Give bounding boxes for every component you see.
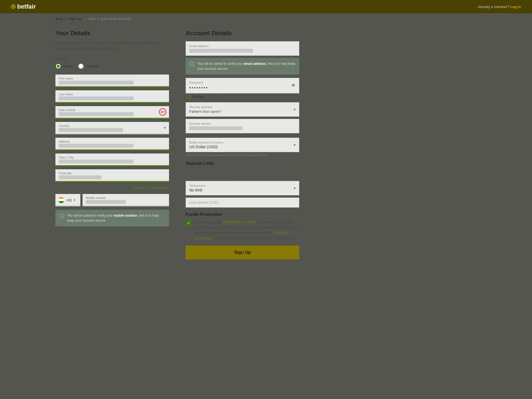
- header-right: Already a member? Log in: [478, 5, 521, 9]
- flag-top: [58, 197, 64, 199]
- phone-dropdown-icon: ▾: [74, 198, 75, 202]
- search-address-container: Search for an address: [55, 185, 169, 190]
- breadcrumb-step2: Step 2: Add funds and play: [88, 17, 131, 21]
- email-bold: email address: [244, 62, 266, 66]
- first-name-field[interactable]: First name: [55, 75, 169, 87]
- mobile-verify-info: i You will be asked to verify your mobil…: [55, 210, 169, 226]
- postcode-field[interactable]: Postcode: [55, 169, 169, 182]
- your-details-section: Your Details Please make sure your detai…: [55, 30, 169, 259]
- country-field[interactable]: Country ▾: [55, 122, 169, 134]
- funds-link1[interactable]: Betfair holds my funds: [223, 220, 256, 224]
- time-period-field[interactable]: Time period No limit ▾: [186, 181, 299, 195]
- currency-note: Currency selection is permanent, it cann…: [186, 153, 299, 157]
- your-details-title: Your Details: [55, 30, 169, 37]
- main-content: Your Details Please make sure your detai…: [0, 24, 355, 276]
- address-field[interactable]: Address: [55, 138, 169, 150]
- deposit-limit-desc: Set a limit on the amount you can deposi…: [186, 168, 299, 178]
- time-period-label: Time period: [189, 184, 296, 187]
- breadcrumb: Step 1: Sign-up > Step 2: Add funds and …: [0, 13, 532, 24]
- funds-protection-row: ✓ I acknowledge that Betfair holds my fu…: [186, 220, 299, 241]
- info-icon: i: [59, 213, 64, 218]
- address-value: [59, 144, 134, 148]
- last-name-field[interactable]: Last name: [55, 90, 169, 103]
- security-answer-label: Security answer: [189, 122, 296, 125]
- login-link[interactable]: Log in: [510, 5, 521, 9]
- currency-value: US Dollar (USD): [189, 145, 218, 149]
- town-city-field[interactable]: Town / City: [55, 154, 169, 166]
- dob-field[interactable]: Date of birth 18+: [55, 106, 169, 119]
- search-address-link[interactable]: Search for an address: [134, 185, 169, 190]
- email-value: [189, 49, 253, 53]
- mobile-verify-pre: You will be asked to verify your: [67, 214, 114, 218]
- account-details-section: Account Details Email address i You will…: [186, 30, 299, 259]
- logo: betfair: [11, 3, 36, 10]
- phone-code-selector[interactable]: +91 ▾: [55, 194, 80, 206]
- checkmark-icon: ✓: [187, 221, 190, 225]
- security-question-field[interactable]: Security question Father's first name? ▾: [186, 102, 299, 117]
- email-verify-info: i You will be asked to verify your email…: [186, 58, 299, 75]
- strength-check-icon: ✓: [186, 94, 191, 99]
- flag-bot: [58, 201, 64, 203]
- first-name-value: [59, 81, 134, 85]
- india-flag: [58, 197, 64, 203]
- dob-value: [59, 112, 134, 116]
- security-answer-field[interactable]: Security answer: [186, 119, 299, 133]
- currency-field[interactable]: Betfair Account Currency: US Dollar (USD…: [186, 138, 299, 152]
- funds-checkbox[interactable]: ✓: [186, 220, 191, 226]
- time-period-value: No limit: [189, 188, 202, 192]
- account-details-title: Account Details: [186, 30, 299, 37]
- postcode-value: [59, 175, 101, 179]
- security-question-value: Father's first name?: [189, 109, 221, 114]
- strength-text: Strong. Well done!: [192, 95, 221, 99]
- last-name-value: [59, 96, 134, 100]
- security-question-dropdown-icon: ▾: [294, 107, 296, 112]
- your-details-desc: Please make sure your details are accura…: [55, 40, 169, 51]
- male-radio-inner: [57, 65, 60, 68]
- logo-text: betfair: [17, 3, 36, 10]
- breadcrumb-arrow: >: [84, 17, 86, 21]
- password-toggle-icon[interactable]: 👁: [291, 83, 296, 88]
- password-field[interactable]: Password •••••••• 👁: [186, 78, 299, 93]
- gender-male[interactable]: Male: [55, 63, 71, 69]
- funds-pre: I acknowledge that: [195, 220, 223, 224]
- breadcrumb-step1: Step 1: Sign-up: [55, 17, 82, 21]
- time-period-dropdown-icon: ▾: [294, 186, 296, 190]
- email-field[interactable]: Email address: [186, 41, 299, 56]
- deposit-limit-title: Deposit Limit: [186, 161, 299, 166]
- gender-options: Male Female: [55, 63, 169, 69]
- funds-protection-text: I acknowledge that Betfair holds my fund…: [195, 220, 299, 241]
- limit-amount-field[interactable]: Limit amount (USD): [186, 198, 299, 208]
- password-dots: ••••••••: [189, 85, 208, 90]
- already-member-text: Already a member?: [478, 5, 509, 9]
- dob-label: Date of birth: [59, 108, 166, 112]
- country-dropdown-icon: ▾: [164, 126, 166, 130]
- limit-amount-label: Limit amount (USD): [189, 201, 296, 204]
- logo-diamond-icon: [10, 4, 17, 10]
- phone-row: +91 ▾ Mobile number: [55, 194, 169, 206]
- town-city-label: Town / City: [59, 156, 166, 159]
- town-city-value: [59, 160, 134, 163]
- funds-protection-title: Funds Protection: [186, 212, 299, 217]
- age-badge: 18+: [159, 108, 166, 116]
- gender-female[interactable]: Female: [78, 63, 99, 69]
- header: betfair Already a member? Log in: [0, 0, 532, 13]
- country-label: Country: [59, 124, 166, 127]
- mobile-label: Mobile number: [86, 196, 166, 200]
- currency-label: Betfair Account Currency:: [189, 141, 296, 144]
- mobile-number-field[interactable]: Mobile number: [83, 194, 169, 206]
- currency-dropdown-icon: ▾: [294, 143, 296, 147]
- signup-button[interactable]: Sign Up: [186, 245, 299, 259]
- password-label: Password: [189, 81, 296, 84]
- female-label: Female: [86, 64, 99, 68]
- female-radio[interactable]: [78, 63, 84, 69]
- male-radio[interactable]: [55, 63, 61, 69]
- postcode-label: Postcode: [59, 172, 166, 175]
- last-name-label: Last name: [59, 93, 166, 96]
- phone-code-text: +91: [66, 198, 72, 202]
- funds-end: 's requirements for the protection of fu…: [213, 236, 295, 240]
- email-info-icon: i: [190, 62, 195, 66]
- mobile-bold: mobile number: [114, 214, 137, 218]
- security-answer-value: [189, 126, 242, 130]
- security-question-label: Security question: [189, 105, 296, 109]
- email-verify-pre: You will be asked to verify your: [197, 62, 244, 66]
